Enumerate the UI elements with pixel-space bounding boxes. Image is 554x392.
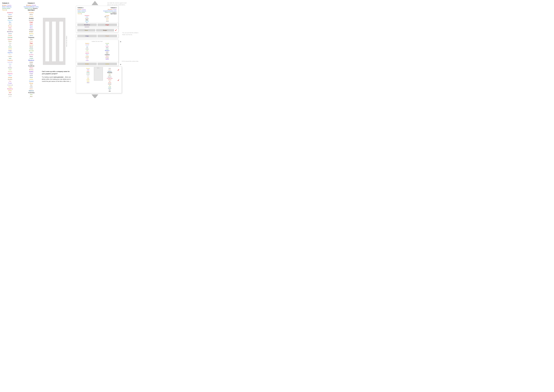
- word2-peach: Peach: [22, 40, 40, 42]
- word-crimson: Crimson: [2, 38, 18, 40]
- word2-apricot: Apricot: [22, 44, 40, 46]
- word2-knife: Knife: [22, 86, 40, 88]
- word2-cherry: Cherry: [22, 67, 40, 69]
- word2-apple: Apple: [22, 23, 40, 25]
- word2-storm: Storm: [22, 35, 40, 36]
- word-orange: Orange: [2, 77, 18, 78]
- slot-finder-box[interactable]: Multiple Slot Veiw Finder: [43, 18, 65, 65]
- dot1: [105, 16, 106, 17]
- word2-shark: Shark: [22, 77, 40, 78]
- word2-blade: Blade: [22, 56, 40, 57]
- word2-swords: Sword(s): [22, 19, 40, 21]
- selection-card3: Indigo Peach: [76, 34, 118, 38]
- sel-card3-row: Indigo Peach: [77, 35, 117, 37]
- word-lemon: Lemon: [2, 48, 18, 50]
- word-rubber: Rubber: [2, 67, 18, 69]
- word2-apathy: Apathy: [22, 71, 40, 73]
- word2-bear: Bear: [22, 96, 40, 98]
- instruction3-text: Or fit it around the column lists.: [122, 60, 138, 62]
- word2-rage: Rage: [22, 42, 40, 44]
- column1-header: Column 1:: [2, 2, 18, 4]
- word2-pumpkin: Pumpkin: [22, 12, 40, 14]
- column2-word-list: Pumpkin Rhino Desert Head(s) Sword(s) An…: [22, 12, 40, 98]
- word-lime: Lime: [2, 69, 18, 71]
- word2-wave: Wave: [22, 25, 40, 27]
- slot2: [52, 21, 56, 62]
- sel-slot1-col1: BlackBerry: [77, 24, 97, 26]
- word2-tongue: Tongue(s): [22, 36, 40, 38]
- word-raspberry: Raspberry: [2, 88, 18, 90]
- col2-animals: Animals,: [32, 5, 36, 6]
- col1-colours: Colours: [3, 5, 6, 6]
- amber-lemon-row: Amber Lemon: [77, 63, 117, 65]
- instruction1: Just slide the columns against each othe…: [107, 2, 128, 6]
- col1-flavours: Flavours: [2, 9, 7, 11]
- word-iron: Iron: [2, 44, 18, 46]
- checkmark3-container: ✓: [117, 79, 119, 82]
- word-topaz: Topaz: [2, 75, 18, 77]
- word-chainmail: Chainmail: [2, 84, 18, 86]
- word2-pistols: Pistol(s): [22, 29, 40, 31]
- column2: Column 2: (Emotions, Animals, Geographic…: [22, 2, 40, 98]
- word2-rhino: Rhino: [22, 14, 40, 15]
- word-pink: Pink: [2, 80, 18, 82]
- description-title: Can't come up with a company name for yo…: [42, 70, 71, 75]
- column1: Column 1: (Colours, Textures, Metals & M…: [2, 2, 18, 98]
- demo-col1-subtitle: (Colours, Textures, Metals & Materials, …: [78, 9, 96, 14]
- word2-sadness: Sadness: [22, 90, 40, 92]
- word2-lemon: Lemon: [22, 78, 40, 80]
- word2-rain: Rain: [22, 52, 40, 54]
- word-wooden: Wooden: [2, 15, 18, 17]
- svf-label: Multiple Slot Veiw Finder: [78, 41, 117, 42]
- left-columns-area: Column 1: (Colours, Textures, Metals & M…: [2, 2, 40, 98]
- column2-header: Column 2:: [22, 2, 40, 4]
- selection-card2: Brass Badger ✓: [76, 28, 118, 32]
- instruction3: Or fit it around the column lists.: [122, 60, 138, 62]
- col1-textures: Textures,: [7, 5, 12, 6]
- word-peachy: Peachy: [2, 71, 18, 73]
- word2-foot: Foot(Feet): [22, 65, 40, 67]
- word-black: Black: [2, 17, 18, 19]
- word2-avocado: Avocado: [22, 50, 40, 52]
- word-diamond: Diamond: [2, 19, 18, 21]
- col1-precious: Precious stones,: [2, 8, 11, 9]
- word2-melon: Melon: [22, 88, 40, 90]
- word2-banana: Banana: [22, 33, 40, 35]
- word-lavender: Lavender: [2, 61, 18, 63]
- description-body: Try making a quick name generator... (th…: [42, 76, 71, 83]
- slot1: [45, 21, 49, 62]
- word-banana: Banana: [2, 98, 18, 98]
- word-tangerine: Tangerine: [2, 59, 18, 61]
- word-leather: Leather: [2, 56, 18, 57]
- word2-tank: Tank: [22, 38, 40, 40]
- bottom-arrow: [92, 94, 98, 98]
- slot-overlay: Slot V...: [94, 67, 103, 81]
- word-green: Green: [2, 46, 18, 48]
- svg-marker-0: [92, 1, 98, 5]
- word-steel: Steel: [2, 23, 18, 25]
- full-list-card: Multiple Slot Veiw Finder Tangerine Lave…: [76, 40, 118, 63]
- sel-slot2-col2: Badger: [96, 29, 114, 31]
- word2-pear: Pear: [22, 94, 40, 96]
- instruction1-text: Just slide the columns against each othe…: [107, 2, 128, 6]
- column1-subtitle: (Colours, Textures, Metals & Materials, …: [2, 5, 18, 11]
- full-list-cols: Tangerine Lavender Opal Lilac Rubber Lim…: [78, 43, 117, 61]
- word-bronze: Bronze: [2, 25, 18, 27]
- word2-heads: Head(s): [22, 17, 40, 19]
- slot-overlay-label: Slot V...: [94, 68, 103, 68]
- word-sapphire: Sapphire: [2, 52, 18, 54]
- word-indigo: Indigo: [2, 50, 18, 52]
- sel-slot3-col1: Indigo: [77, 35, 97, 37]
- word-amber: Amber: [2, 90, 18, 92]
- description-bold: name generator: [54, 76, 63, 78]
- slot-finder-section: Multiple Slot Veiw Finder: [43, 18, 68, 65]
- col2-flowers: Flowers & Fruit,: [25, 8, 33, 9]
- word2-grape: Grape: [22, 73, 40, 75]
- column1-word-list: Strawberry Azure Wooden Black Diamond Bl…: [2, 12, 18, 98]
- word-silver: Silver: [2, 96, 18, 98]
- word2-blueberry: Blueberry: [22, 59, 40, 61]
- word-lilac: Lilac: [2, 65, 18, 67]
- word-jade: Jade: [2, 57, 18, 59]
- slot3: [59, 21, 63, 62]
- sel-slot2-col1: Brass: [77, 29, 95, 31]
